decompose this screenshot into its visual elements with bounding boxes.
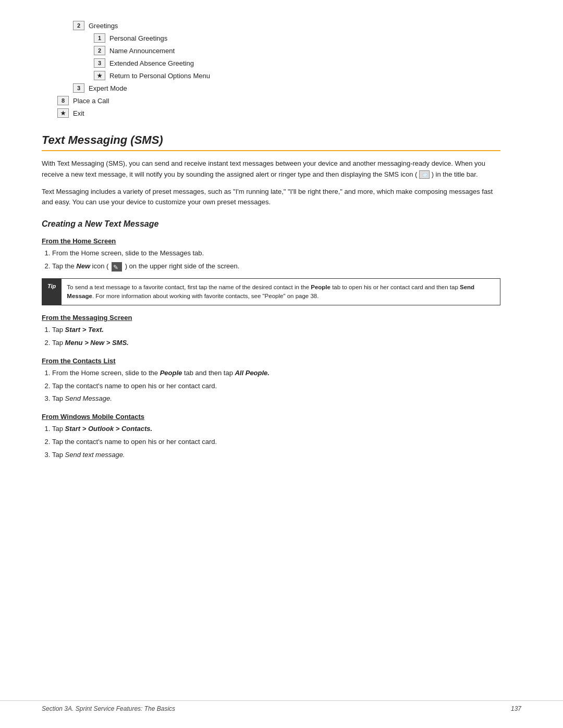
menu-label-name-announcement: Name Announcement bbox=[109, 47, 175, 55]
list-item: From the Home screen, slide to the Messa… bbox=[52, 248, 500, 259]
sub-section-title: Creating a New Text Message bbox=[42, 219, 500, 229]
from-contacts-list: From the Contacts List From the Home scr… bbox=[42, 357, 500, 404]
list-item: Tap Start > Text. bbox=[52, 325, 500, 336]
from-home-steps: From the Home screen, slide to the Messa… bbox=[42, 248, 500, 272]
main-content: 2 Greetings 1 Personal Greetings 2 Name … bbox=[0, 0, 542, 496]
from-home-heading: From the Home Screen bbox=[42, 237, 500, 245]
menu-label-return-personal: Return to Personal Options Menu bbox=[109, 72, 210, 80]
menu-label-expert-mode: Expert Mode bbox=[89, 84, 127, 92]
key-badge-3: 3 bbox=[94, 58, 105, 68]
menu-item-greetings: 2 Greetings bbox=[42, 21, 500, 30]
menu-item-extended-absence: 3 Extended Absence Greeting bbox=[42, 58, 500, 68]
menu-item-personal-greetings: 1 Personal Greetings bbox=[42, 33, 500, 43]
section-title: Text Messaging (SMS) bbox=[42, 133, 500, 151]
from-windows-steps: Tap Start > Outlook > Contacts. Tap the … bbox=[42, 424, 500, 460]
from-contacts-steps: From the Home screen, slide to the Peopl… bbox=[42, 368, 500, 404]
list-item: Tap Send Message. bbox=[52, 393, 500, 404]
list-item: Tap Menu > New > SMS. bbox=[52, 338, 500, 349]
key-badge-2-sub: 2 bbox=[94, 46, 105, 55]
sms-icon: 📨 bbox=[419, 170, 430, 179]
key-badge-3-expert: 3 bbox=[73, 83, 84, 93]
menu-tree: 2 Greetings 1 Personal Greetings 2 Name … bbox=[42, 21, 500, 118]
tip-box: Tip To send a text message to a favorite… bbox=[42, 278, 500, 306]
menu-item-exit: ★ Exit bbox=[42, 108, 500, 118]
menu-label-personal-greetings: Personal Greetings bbox=[109, 34, 167, 42]
list-item: Tap the contact's name to open his or he… bbox=[52, 381, 500, 392]
menu-item-name-announcement: 2 Name Announcement bbox=[42, 46, 500, 55]
menu-item-place-call: 8 Place a Call bbox=[42, 96, 500, 105]
key-badge-8: 8 bbox=[57, 96, 69, 105]
list-item: Tap the contact's name to open his or he… bbox=[52, 437, 500, 448]
list-item: Tap Send text message. bbox=[52, 450, 500, 461]
key-badge-2: 2 bbox=[73, 21, 84, 30]
menu-label-extended-absence: Extended Absence Greeting bbox=[109, 59, 194, 67]
from-home-screen: From the Home Screen From the Home scree… bbox=[42, 237, 500, 305]
footer-page-number: 137 bbox=[511, 705, 521, 712]
from-contacts-heading: From the Contacts List bbox=[42, 357, 500, 365]
menu-item-expert-mode: 3 Expert Mode bbox=[42, 83, 500, 93]
footer-section: Section 3A. Sprint Service Features: The… bbox=[42, 705, 511, 712]
list-item: From the Home screen, slide to the Peopl… bbox=[52, 368, 500, 379]
key-badge-star-exit: ★ bbox=[57, 108, 69, 118]
intro-para-2: Text Messaging includes a variety of pre… bbox=[42, 187, 500, 208]
list-item: Tap Start > Outlook > Contacts. bbox=[52, 424, 500, 435]
menu-label-exit: Exit bbox=[73, 109, 84, 117]
from-messaging-heading: From the Messaging Screen bbox=[42, 314, 500, 322]
new-message-icon bbox=[112, 262, 122, 272]
intro-para-1: With Text Messaging (SMS), you can send … bbox=[42, 158, 500, 180]
menu-label-greetings: Greetings bbox=[89, 22, 118, 30]
tip-content: To send a text message to a favorite con… bbox=[61, 279, 500, 305]
list-item: Tap the New icon ( ) on the upper right … bbox=[52, 261, 500, 272]
tip-label: Tip bbox=[42, 279, 61, 293]
from-messaging-screen: From the Messaging Screen Tap Start > Te… bbox=[42, 314, 500, 349]
page-footer: Section 3A. Sprint Service Features: The… bbox=[0, 700, 563, 712]
menu-label-place-call: Place a Call bbox=[73, 97, 109, 105]
from-windows-heading: From Windows Mobile Contacts bbox=[42, 413, 500, 421]
key-badge-star: ★ bbox=[94, 71, 105, 80]
menu-item-return-personal: ★ Return to Personal Options Menu bbox=[42, 71, 500, 80]
from-messaging-steps: Tap Start > Text. Tap Menu > New > SMS. bbox=[42, 325, 500, 349]
from-windows-mobile: From Windows Mobile Contacts Tap Start >… bbox=[42, 413, 500, 460]
key-badge-1: 1 bbox=[94, 33, 105, 43]
